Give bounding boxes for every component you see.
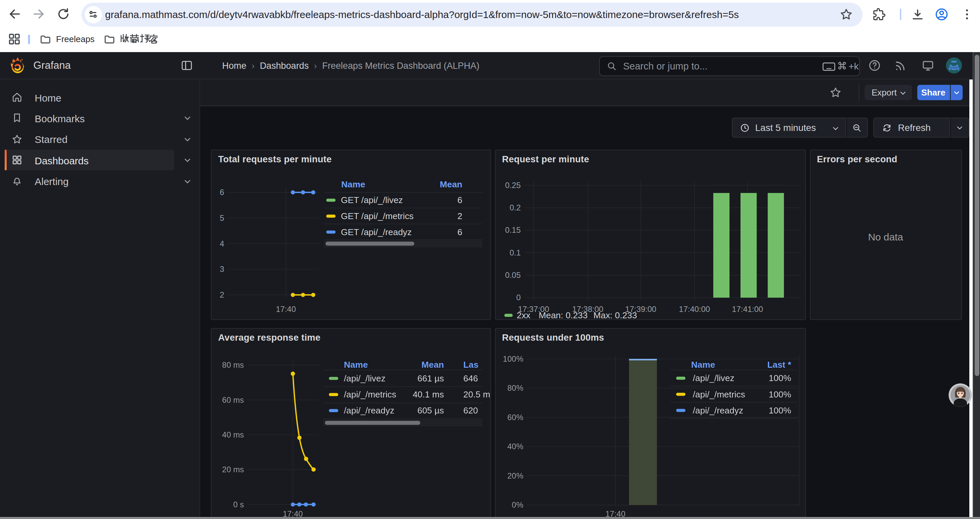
svg-text:661 µs: 661 µs [417,374,444,383]
svg-text:/api/_/livez: /api/_/livez [344,374,386,383]
svg-text:0%: 0% [511,500,523,509]
svg-text:0.25: 0.25 [505,181,520,190]
svg-text:2: 2 [220,290,224,299]
svg-text:/api/_/metrics: /api/_/metrics [692,390,745,399]
svg-text:Mean: Mean [440,179,462,189]
svg-text:Name: Name [341,179,365,189]
svg-text:20%: 20% [507,471,523,480]
svg-text:100%: 100% [768,390,791,399]
svg-text:0.1: 0.1 [509,248,520,257]
svg-text:40.1 ms: 40.1 ms [413,390,444,399]
svg-text:/api/_/readyz: /api/_/readyz [692,406,743,415]
svg-text:17:40: 17:40 [276,305,296,314]
svg-text:60%: 60% [507,413,523,422]
svg-text:605 µs: 605 µs [417,406,444,415]
svg-text:GET /api/_/metrics: GET /api/_/metrics [341,211,414,221]
svg-text:Last *: Last * [767,360,791,370]
svg-text:/api/_/metrics: /api/_/metrics [344,390,396,399]
svg-text:6: 6 [457,227,462,237]
svg-text:GET /api/_/livez: GET /api/_/livez [341,195,403,205]
svg-text:GET /api/_/readyz: GET /api/_/readyz [341,227,412,237]
svg-text:/api/_/readyz: /api/_/readyz [344,406,394,415]
svg-text:4: 4 [220,239,224,248]
svg-text:0.15: 0.15 [505,225,520,235]
svg-text:40 ms: 40 ms [222,430,244,439]
svg-text:0.2: 0.2 [509,203,520,212]
svg-text:6: 6 [220,188,224,197]
svg-text:100%: 100% [768,373,791,383]
svg-text:0 s: 0 s [233,500,244,509]
svg-text:80 ms: 80 ms [222,360,244,369]
svg-text:40%: 40% [507,442,523,451]
svg-text:100%: 100% [503,355,523,363]
svg-text:80%: 80% [507,383,523,393]
svg-text:620: 620 [463,406,478,415]
svg-text:Name: Name [344,360,368,370]
svg-text:0.05: 0.05 [505,270,520,279]
svg-text:Mean: Mean [422,360,444,370]
svg-text:Mean: 0.233: Mean: 0.233 [538,310,587,319]
svg-text:17:41:00: 17:41:00 [732,305,762,314]
svg-text:2xx: 2xx [516,310,530,319]
svg-text:Max: 0.233: Max: 0.233 [593,310,637,319]
svg-text:6: 6 [457,195,462,205]
svg-text:60 ms: 60 ms [222,395,244,404]
svg-text:20 ms: 20 ms [222,465,244,474]
svg-text:Name: Name [691,360,715,370]
svg-text:646: 646 [463,374,478,383]
svg-text:5: 5 [220,213,224,222]
svg-text:17:40:00: 17:40:00 [678,305,710,314]
svg-text:0: 0 [516,293,520,302]
svg-text:3: 3 [220,265,224,273]
svg-text:100%: 100% [768,406,791,415]
svg-text:/api/_/livez: /api/_/livez [692,373,734,383]
svg-text:Las: Las [463,360,478,370]
svg-text:20.5 m: 20.5 m [463,390,490,399]
svg-text:2: 2 [457,211,462,221]
